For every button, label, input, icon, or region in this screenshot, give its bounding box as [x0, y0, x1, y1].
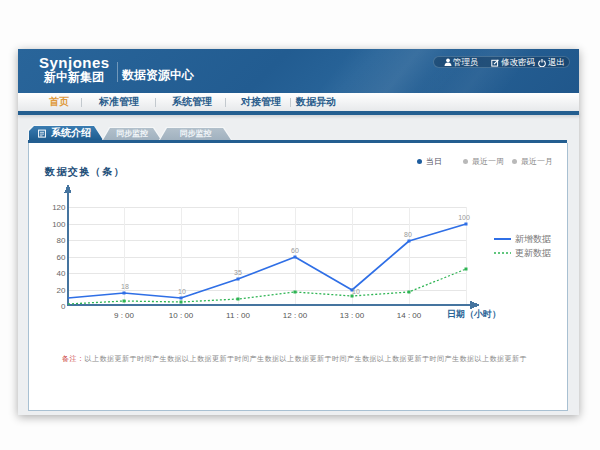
- svg-text:120: 120: [52, 203, 66, 212]
- svg-text:11 : 00: 11 : 00: [226, 311, 250, 320]
- svg-text:日期（小时）: 日期（小时）: [447, 309, 501, 319]
- svg-text:100: 100: [52, 220, 66, 229]
- svg-text:40: 40: [57, 269, 66, 278]
- svg-text:0: 0: [61, 302, 66, 311]
- svg-text:13 : 00: 13 : 00: [340, 311, 365, 320]
- svg-text:35: 35: [234, 269, 242, 276]
- svg-text:新增数据: 新增数据: [515, 234, 551, 244]
- svg-text:60: 60: [57, 253, 66, 262]
- svg-text:10: 10: [178, 288, 186, 295]
- svg-text:80: 80: [404, 231, 412, 238]
- svg-text:100: 100: [458, 214, 470, 221]
- svg-text:20: 20: [57, 286, 66, 295]
- svg-text:14 : 00: 14 : 00: [397, 311, 422, 320]
- svg-text:18: 18: [121, 283, 129, 290]
- svg-text:12 : 00: 12 : 00: [283, 311, 308, 320]
- svg-text:60: 60: [291, 247, 299, 254]
- svg-text:9 : 00: 9 : 00: [114, 311, 135, 320]
- svg-text:10 : 00: 10 : 00: [169, 311, 194, 320]
- svg-text:更新数据: 更新数据: [515, 248, 551, 258]
- svg-text:10: 10: [352, 288, 360, 295]
- svg-text:80: 80: [57, 236, 66, 245]
